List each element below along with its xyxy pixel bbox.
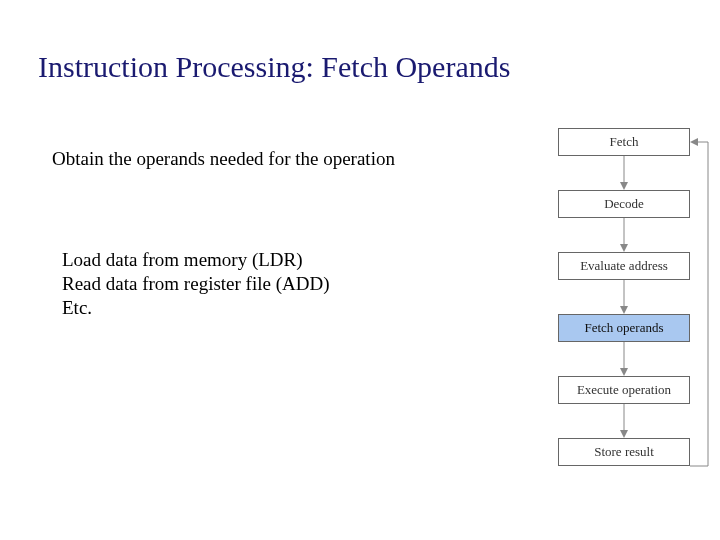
flow-step-label: Decode [604,196,644,212]
svg-marker-3 [620,244,628,252]
flow-arrow [558,404,690,438]
flow-step-decode: Decode [558,190,690,218]
flow-step-fetch: Fetch [558,128,690,156]
svg-marker-9 [620,430,628,438]
svg-marker-7 [620,368,628,376]
page-title: Instruction Processing: Fetch Operands [38,50,510,84]
body-line-2: Read data from register file (ADD) [62,272,329,296]
flowchart: Fetch Decode Evaluate address Fetch oper… [558,128,690,466]
flow-arrow [558,218,690,252]
flow-step-label: Fetch [610,134,639,150]
flow-step-store-result: Store result [558,438,690,466]
body-text: Load data from memory (LDR) Read data fr… [62,248,329,319]
flow-step-fetch-operands: Fetch operands [558,314,690,342]
body-line-1: Load data from memory (LDR) [62,248,329,272]
svg-marker-1 [620,182,628,190]
flow-step-execute-operation: Execute operation [558,376,690,404]
body-line-3: Etc. [62,296,329,320]
flow-arrow [558,156,690,190]
flow-step-label: Store result [594,444,654,460]
subtitle-text: Obtain the operands needed for the opera… [52,148,395,170]
flow-step-label: Execute operation [577,382,671,398]
flow-step-evaluate-address: Evaluate address [558,252,690,280]
svg-marker-13 [690,138,698,146]
flow-step-label: Fetch operands [584,320,663,336]
svg-marker-5 [620,306,628,314]
flow-step-label: Evaluate address [580,258,668,274]
flow-arrow [558,280,690,314]
flow-arrow [558,342,690,376]
